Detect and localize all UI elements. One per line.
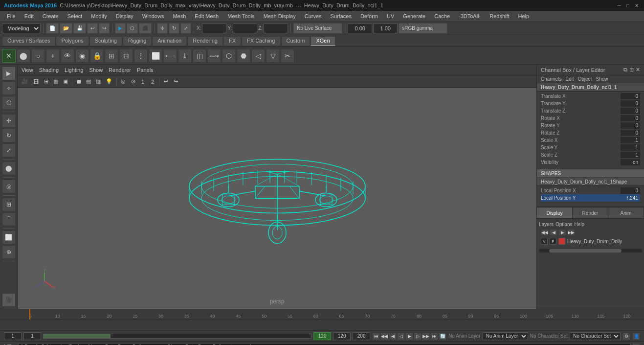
- open-scene-button[interactable]: 📂: [60, 23, 72, 34]
- layer-menu-options[interactable]: Options: [555, 222, 572, 227]
- scale-btn[interactable]: ⤢: [2, 143, 16, 157]
- menu-redshift[interactable]: Redshift: [486, 12, 513, 20]
- attr-rotate-y[interactable]: Rotate Y 0: [541, 122, 640, 129]
- panel-float-icon[interactable]: ⊡: [629, 67, 634, 73]
- shelf-tools9[interactable]: ◁: [251, 49, 265, 63]
- tab-anim[interactable]: Anim: [608, 207, 644, 218]
- vp-menu-lighting[interactable]: Lighting: [65, 67, 84, 73]
- vp-smooth-btn[interactable]: ▣: [61, 77, 70, 87]
- vp-shaded-btn[interactable]: ◼: [74, 77, 83, 87]
- tab-curves-surfaces[interactable]: Curves / Surfaces: [2, 36, 55, 46]
- save-scene-button[interactable]: 💾: [73, 23, 86, 34]
- layer-nav-prev[interactable]: ◀: [550, 229, 557, 236]
- goto-start-btn[interactable]: ⏮: [372, 332, 380, 340]
- attr-translate-y[interactable]: Translate Y 0: [541, 100, 640, 107]
- undo-button[interactable]: ↩: [87, 23, 98, 34]
- play-fwd-btn[interactable]: ▶: [405, 332, 413, 340]
- val1-input[interactable]: [348, 23, 372, 33]
- new-scene-button[interactable]: 📄: [46, 23, 59, 34]
- playback-range-bar[interactable]: [43, 334, 311, 339]
- vp-cam-btn[interactable]: 🎥: [20, 77, 30, 87]
- menu-file[interactable]: File: [3, 12, 20, 20]
- shelf-add[interactable]: +: [46, 49, 60, 63]
- menu-mesh-display[interactable]: Mesh Display: [260, 12, 300, 20]
- attr-translate-x[interactable]: Translate X 0: [541, 92, 640, 100]
- shelf-sphere[interactable]: ⬤: [17, 49, 30, 63]
- move-tool[interactable]: ✛: [157, 23, 168, 34]
- max-range-input[interactable]: [353, 332, 370, 340]
- lasso-tool[interactable]: ⬡: [127, 23, 138, 34]
- menu-windows[interactable]: Windows: [138, 12, 168, 20]
- vp-undo-view-btn[interactable]: ↩: [161, 77, 170, 87]
- maximize-button[interactable]: □: [624, 2, 631, 9]
- prev-frame-btn[interactable]: ◀◀: [380, 332, 388, 340]
- shelf-tools1[interactable]: ⋮: [134, 49, 148, 63]
- shelf-eye2[interactable]: ◉: [75, 49, 89, 63]
- viewport[interactable]: View Shading Lighting Show Renderer Pane…: [18, 65, 536, 309]
- layer-scrollbar[interactable]: [539, 249, 642, 253]
- attr-scale-y[interactable]: Scale Y 1: [541, 144, 640, 151]
- char-set-dropdown[interactable]: No Character Set: [570, 332, 621, 340]
- menu-mesh[interactable]: Mesh: [169, 12, 190, 20]
- vp-wireframe-btn[interactable]: ▦: [51, 77, 60, 87]
- attr-local-pos-x[interactable]: Local Position X 0: [541, 187, 640, 194]
- menu-generate[interactable]: Generate: [399, 12, 429, 20]
- mode-dropdown[interactable]: Modeling: [2, 23, 41, 33]
- gamma-dropdown[interactable]: sRGB gamma: [399, 23, 447, 34]
- shelf-tools11[interactable]: ✂: [281, 49, 294, 63]
- object-menu[interactable]: Object: [578, 76, 592, 82]
- menu-uv[interactable]: UV: [383, 12, 398, 20]
- range-start-input[interactable]: [23, 332, 41, 340]
- layer-item[interactable]: V P Heavy_Duty_Drum_Dolly: [539, 237, 642, 246]
- show-menu[interactable]: Show: [596, 76, 608, 82]
- vp-textured-btn[interactable]: ▥: [94, 77, 103, 87]
- layer-p-btn[interactable]: P: [550, 238, 556, 245]
- attr-scale-x[interactable]: Scale X 1: [541, 137, 640, 144]
- prev-key-btn[interactable]: ◀: [389, 332, 397, 340]
- redo-button[interactable]: ↪: [99, 23, 110, 34]
- menu-3dtoall[interactable]: -3DToAll-: [455, 12, 485, 20]
- scrollbar-thumb[interactable]: [549, 249, 622, 253]
- menu-display[interactable]: Display: [112, 12, 137, 20]
- attr-translate-z[interactable]: Translate Z 0: [541, 107, 640, 115]
- play-back-btn[interactable]: ◁: [397, 332, 405, 340]
- loop-btn[interactable]: 🔄: [439, 332, 446, 340]
- paint-select-btn[interactable]: ⬡: [2, 96, 16, 110]
- vp-film-btn[interactable]: 🎞: [31, 77, 41, 87]
- attr-scale-z[interactable]: Scale Z 1: [541, 151, 640, 159]
- panel-detach-icon[interactable]: ⧉: [623, 67, 627, 73]
- cam-btn[interactable]: 🎥: [2, 293, 16, 307]
- menu-select[interactable]: Select: [64, 12, 87, 20]
- shelf-tools10[interactable]: ▽: [266, 49, 280, 63]
- menu-deform[interactable]: Deform: [356, 12, 382, 20]
- render2-btn[interactable]: ⊕: [2, 245, 16, 259]
- mel-input[interactable]: [18, 343, 630, 345]
- rotate-tool[interactable]: ↻: [169, 23, 179, 34]
- shelf-torus[interactable]: ○: [31, 49, 45, 63]
- scale-tool[interactable]: ⤢: [180, 23, 191, 34]
- vp-redo-view-btn[interactable]: ↪: [171, 77, 180, 87]
- vp-menu-shading[interactable]: Shading: [39, 67, 59, 73]
- layer-nav-next[interactable]: ▶: [558, 229, 566, 236]
- rotate-btn[interactable]: ↻: [2, 129, 16, 142]
- attr-rotate-x[interactable]: Rotate X 0: [541, 115, 640, 122]
- anim-settings-btn[interactable]: ⚙: [622, 332, 630, 340]
- tab-polygons[interactable]: Polygons: [56, 36, 89, 46]
- menu-create[interactable]: Create: [39, 12, 63, 20]
- timeline-ruler[interactable]: 5 10 15 20 25 30 35 40 45 50 55 60 65 70…: [0, 309, 644, 320]
- goto-end-btn[interactable]: ⏭: [430, 332, 438, 340]
- last-tool-btn[interactable]: ⬤: [2, 161, 16, 175]
- tab-xgen[interactable]: XGen: [311, 36, 335, 46]
- vp-menu-renderer[interactable]: Renderer: [109, 67, 131, 73]
- select-tool[interactable]: ▶: [115, 23, 126, 34]
- menu-modify[interactable]: Modify: [87, 12, 111, 20]
- shelf-tools6[interactable]: ⟿: [207, 49, 221, 63]
- menu-edit[interactable]: Edit: [21, 12, 38, 20]
- tab-display[interactable]: Display: [537, 207, 573, 218]
- shelf-xgen-btn[interactable]: ✕: [2, 49, 16, 63]
- z-input[interactable]: [264, 23, 288, 33]
- shelf-tools4[interactable]: ⤓: [178, 49, 192, 63]
- script-toggle-btn[interactable]: ⚙: [632, 343, 640, 345]
- move-btn[interactable]: ✛: [2, 114, 16, 128]
- layer-menu-help[interactable]: Help: [574, 222, 584, 227]
